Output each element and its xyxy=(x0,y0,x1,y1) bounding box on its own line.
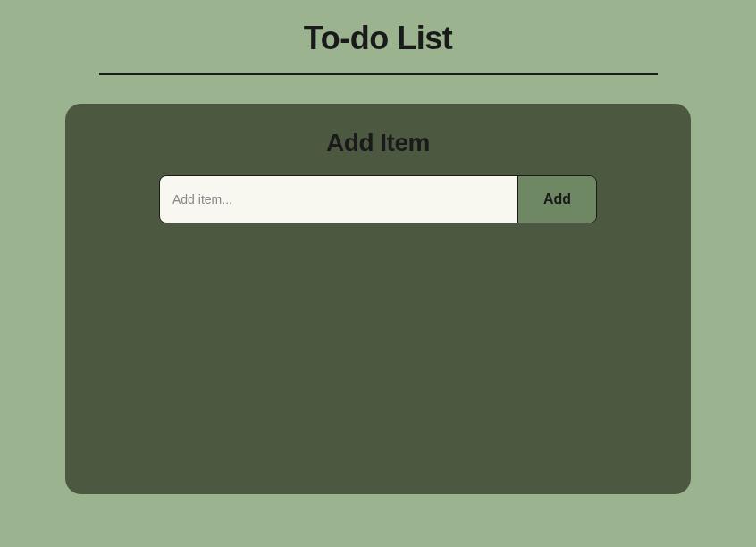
add-item-heading: Add Item xyxy=(65,129,691,157)
add-button[interactable]: Add xyxy=(517,176,596,223)
add-item-card: Add Item Add xyxy=(65,104,691,494)
page-title: To-do List xyxy=(0,0,756,73)
add-item-input-row: Add xyxy=(159,175,597,223)
title-divider xyxy=(99,73,658,75)
add-item-input[interactable] xyxy=(160,176,517,223)
